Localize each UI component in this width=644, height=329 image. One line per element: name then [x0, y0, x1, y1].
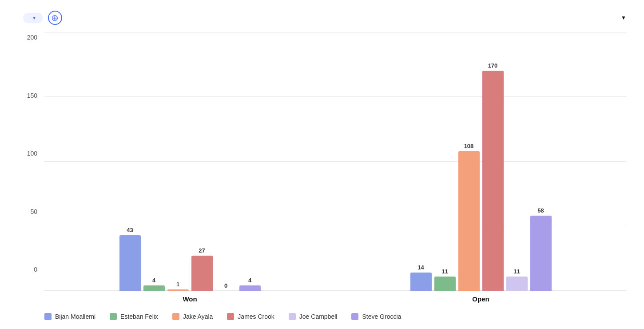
bar-group: 43412704 — [44, 32, 335, 291]
bar-wrap: 58 — [530, 32, 552, 291]
header-left: ▼ ⊕ — [18, 11, 62, 25]
bar-value-label: 108 — [464, 143, 474, 149]
add-filter-button[interactable]: ⊕ — [48, 11, 62, 25]
bar-wrap: 170 — [482, 32, 504, 291]
x-labels: WonOpen — [18, 291, 626, 309]
legend-label: Bijan Moallemi — [55, 313, 95, 320]
bar — [458, 151, 480, 291]
bar-wrap: 27 — [191, 32, 213, 291]
y-axis: 200150100500 — [18, 32, 44, 291]
bar-wrap: 14 — [410, 32, 432, 291]
header: ▼ ⊕ ▼ — [18, 11, 626, 25]
legend-color-swatch — [289, 313, 296, 320]
bar-wrap: 0 — [215, 32, 237, 291]
bar-value-label: 27 — [199, 247, 205, 254]
bar-value-label: 11 — [441, 268, 448, 275]
legend-color-swatch — [172, 313, 179, 320]
legend-item: James Crook — [227, 313, 274, 320]
bar-value-label: 14 — [417, 264, 424, 271]
bar-value-label: 11 — [513, 268, 520, 275]
bar — [119, 235, 141, 291]
bar-wrap: 4 — [239, 32, 261, 291]
bar-value-label: 170 — [488, 62, 498, 69]
legend-item: Steve Groccia — [351, 313, 401, 320]
bar-wrap: 108 — [458, 32, 480, 291]
x-group-label: Won — [44, 291, 335, 309]
bar — [434, 277, 456, 291]
legend-label: Steve Groccia — [362, 313, 401, 320]
legend-color-swatch — [110, 313, 117, 320]
chart-area: 200150100500 4341270414111081701158 WonO… — [18, 32, 626, 320]
bar — [410, 273, 432, 291]
bar-wrap: 4 — [143, 32, 165, 291]
y-axis-label: 150 — [27, 92, 37, 99]
legend-label: Joe Campbell — [299, 313, 338, 320]
legend-item: Bijan Moallemi — [44, 313, 95, 320]
bar — [482, 71, 504, 291]
dashboard-container: ▼ ⊕ ▼ 200150100500 434127041411108170115… — [0, 0, 644, 329]
legend-label: Esteban Felix — [120, 313, 158, 320]
bar-value-label: 43 — [127, 227, 133, 233]
x-group-label: Open — [335, 291, 626, 309]
bar-wrap: 11 — [434, 32, 456, 291]
bar-wrap: 11 — [506, 32, 528, 291]
bar — [143, 285, 165, 291]
bar-value-label: 4 — [152, 277, 155, 284]
y-axis-label: 100 — [27, 150, 37, 157]
legend-label: Jake Ayala — [183, 313, 213, 320]
plus-icon: ⊕ — [51, 13, 59, 22]
bar — [530, 216, 552, 291]
bar-value-label: 1 — [176, 281, 179, 288]
legend-item: Jake Ayala — [172, 313, 213, 320]
legend-label: James Crook — [238, 313, 274, 320]
bar-wrap: 1 — [167, 32, 189, 291]
bar — [239, 285, 261, 291]
bar-wrap: 43 — [119, 32, 141, 291]
bar-group: 14111081701158 — [335, 32, 626, 291]
legend-item: Esteban Felix — [110, 313, 158, 320]
bar — [191, 256, 213, 291]
time-filter-button[interactable]: ▼ — [617, 15, 626, 21]
chart-wrapper: 200150100500 4341270414111081701158 — [18, 32, 626, 291]
chevron-down-icon: ▼ — [32, 16, 36, 20]
y-axis-label: 200 — [27, 34, 37, 41]
legend-color-swatch — [44, 313, 52, 320]
y-axis-label: 50 — [30, 208, 37, 215]
legend-item: Joe Campbell — [289, 313, 338, 320]
bar — [167, 289, 189, 291]
legend: Bijan MoallemiEsteban FelixJake AyalaJam… — [18, 309, 626, 320]
bars-area: 4341270414111081701158 — [44, 32, 626, 291]
chevron-down-icon: ▼ — [621, 15, 626, 21]
owner-filter-button[interactable]: ▼ — [23, 13, 43, 23]
y-axis-label: 0 — [34, 266, 37, 273]
bar-value-label: 0 — [224, 282, 227, 289]
bar-value-label: 4 — [248, 277, 251, 284]
chart-inner: 4341270414111081701158 — [44, 32, 626, 291]
bar — [506, 277, 528, 291]
legend-color-swatch — [227, 313, 234, 320]
bar-value-label: 58 — [537, 207, 544, 214]
legend-color-swatch — [351, 313, 358, 320]
bars-container: 4341270414111081701158 — [44, 32, 626, 291]
